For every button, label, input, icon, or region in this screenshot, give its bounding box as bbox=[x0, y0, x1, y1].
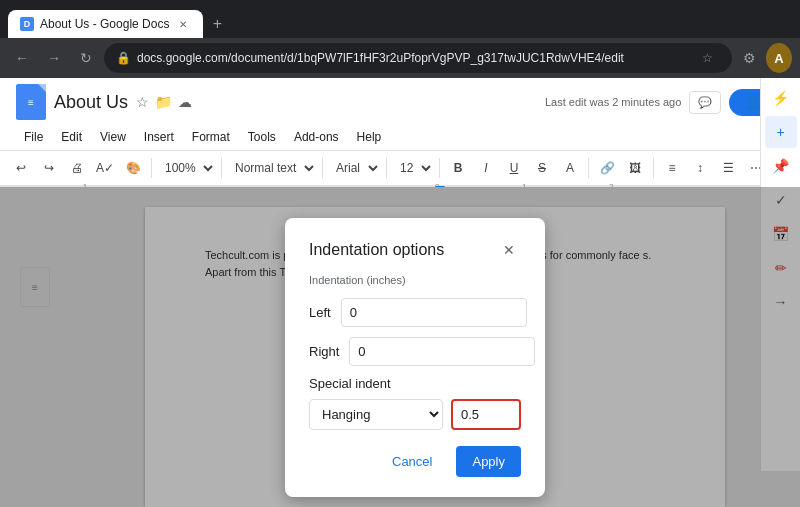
indentation-dialog: Indentation options ✕ Indentation (inche… bbox=[285, 218, 545, 497]
left-indent-row: Left bbox=[309, 298, 521, 327]
left-indent-input[interactable] bbox=[341, 298, 527, 327]
modal-overlay: Indentation options ✕ Indentation (inche… bbox=[0, 187, 800, 507]
toolbar-divider-1 bbox=[151, 158, 152, 178]
comment-mode-button[interactable]: 💬 bbox=[689, 91, 721, 114]
extensions-button[interactable]: ⚙ bbox=[736, 45, 762, 71]
move-icon[interactable]: 📁 bbox=[155, 94, 172, 110]
browser-content: ≡ About Us ☆ 📁 ☁ Last edit was 2 minutes… bbox=[0, 78, 800, 471]
menu-help[interactable]: Help bbox=[349, 126, 390, 148]
toolbar-divider-2 bbox=[221, 158, 222, 178]
italic-button[interactable]: I bbox=[473, 155, 499, 181]
cancel-button[interactable]: Cancel bbox=[376, 446, 448, 477]
right-indent-row: Right bbox=[309, 337, 521, 366]
menu-bar: File Edit View Insert Format Tools Add-o… bbox=[16, 124, 800, 150]
bold-button[interactable]: B bbox=[445, 155, 471, 181]
docs-title-icons: ☆ 📁 ☁ bbox=[136, 94, 192, 110]
menu-tools[interactable]: Tools bbox=[240, 126, 284, 148]
docs-icon: ≡ bbox=[16, 84, 46, 120]
docs-document-title[interactable]: About Us bbox=[54, 92, 128, 113]
bookmark-button[interactable]: ☆ bbox=[694, 45, 720, 71]
font-size-select[interactable]: 12 bbox=[392, 158, 434, 178]
add-button[interactable]: + bbox=[765, 116, 797, 148]
menu-insert[interactable]: Insert bbox=[136, 126, 182, 148]
tab-favicon: D bbox=[20, 17, 34, 31]
special-indent-row: Hanging bbox=[309, 399, 521, 430]
apply-button[interactable]: Apply bbox=[456, 446, 521, 477]
toolbar-divider-4 bbox=[386, 158, 387, 178]
style-select[interactable]: Normal text bbox=[227, 158, 317, 178]
menu-edit[interactable]: Edit bbox=[53, 126, 90, 148]
right-indent-input[interactable] bbox=[349, 337, 535, 366]
modal-header: Indentation options ✕ bbox=[309, 238, 521, 262]
modal-subtitle: Indentation (inches) bbox=[309, 274, 521, 286]
new-tab-button[interactable]: + bbox=[203, 10, 231, 38]
spell-check-button[interactable]: A✓ bbox=[92, 155, 118, 181]
right-label: Right bbox=[309, 344, 339, 359]
doc-body: ≡ Techcult.com is primarily issues relat… bbox=[0, 187, 800, 507]
zoom-select[interactable]: 100% bbox=[157, 158, 216, 178]
paint-format-button[interactable]: 🎨 bbox=[120, 155, 146, 181]
special-indent-value-input[interactable] bbox=[451, 399, 521, 430]
avatar: A bbox=[766, 43, 792, 73]
insert-image-button[interactable]: 🖼 bbox=[622, 155, 648, 181]
address-bar-icons: ☆ bbox=[694, 45, 720, 71]
underline-button[interactable]: U bbox=[501, 155, 527, 181]
text-color-button[interactable]: A bbox=[557, 155, 583, 181]
profile-button[interactable]: A bbox=[766, 45, 792, 71]
menu-file[interactable]: File bbox=[16, 126, 51, 148]
tab-bar: D About Us - Google Docs ✕ + bbox=[0, 0, 800, 38]
list-button[interactable]: ☰ bbox=[715, 155, 741, 181]
strikethrough-button[interactable]: S bbox=[529, 155, 555, 181]
forward-button[interactable]: → bbox=[40, 44, 68, 72]
menu-format[interactable]: Format bbox=[184, 126, 238, 148]
menu-view[interactable]: View bbox=[92, 126, 134, 148]
undo-button[interactable]: ↩ bbox=[8, 155, 34, 181]
address-bar-row: ← → ↻ 🔒 docs.google.com/document/d/1bqPW… bbox=[0, 38, 800, 78]
menu-addons[interactable]: Add-ons bbox=[286, 126, 347, 148]
docs-toolbar: ↩ ↪ 🖨 A✓ 🎨 100% Normal text Arial 12 B bbox=[0, 151, 800, 186]
address-bar[interactable]: 🔒 docs.google.com/document/d/1bqPW7lF1fH… bbox=[104, 43, 732, 73]
redo-button[interactable]: ↪ bbox=[36, 155, 62, 181]
share-icon: 👤 bbox=[745, 95, 761, 110]
modal-footer: Cancel Apply bbox=[309, 446, 521, 477]
comment-mode-label: 💬 bbox=[698, 96, 712, 109]
back-button[interactable]: ← bbox=[8, 44, 36, 72]
toolbar-divider-3 bbox=[322, 158, 323, 178]
insert-link-button[interactable]: 🔗 bbox=[594, 155, 620, 181]
modal-title: Indentation options bbox=[309, 241, 444, 259]
toolbar-divider-5 bbox=[439, 158, 440, 178]
toolbar-divider-6 bbox=[588, 158, 589, 178]
last-edit-text: Last edit was 2 minutes ago bbox=[545, 96, 681, 108]
url-text: docs.google.com/document/d/1bqPW7lF1fHF3… bbox=[137, 51, 624, 65]
toolbar-divider-7 bbox=[653, 158, 654, 178]
left-label: Left bbox=[309, 305, 331, 320]
special-indent-select[interactable]: Hanging bbox=[309, 399, 443, 430]
tab-title: About Us - Google Docs bbox=[40, 17, 169, 31]
cloud-icon[interactable]: ☁ bbox=[178, 94, 192, 110]
refresh-button[interactable]: ↻ bbox=[72, 44, 100, 72]
docs-header: ≡ About Us ☆ 📁 ☁ Last edit was 2 minutes… bbox=[0, 78, 800, 151]
star-icon[interactable]: ☆ bbox=[136, 94, 149, 110]
print-button[interactable]: 🖨 bbox=[64, 155, 90, 181]
align-button[interactable]: ≡ bbox=[659, 155, 685, 181]
explore-button[interactable]: ⚡ bbox=[765, 82, 797, 114]
line-spacing-button[interactable]: ↕ bbox=[687, 155, 713, 181]
docs-title-row: ≡ About Us ☆ 📁 ☁ Last edit was 2 minutes… bbox=[16, 84, 800, 120]
font-select[interactable]: Arial bbox=[328, 158, 381, 178]
lock-icon: 🔒 bbox=[116, 51, 131, 65]
docs-area: ≡ About Us ☆ 📁 ☁ Last edit was 2 minutes… bbox=[0, 78, 800, 471]
tab-close-button[interactable]: ✕ bbox=[175, 16, 191, 32]
active-tab[interactable]: D About Us - Google Docs ✕ bbox=[8, 10, 203, 38]
special-indent-label: Special indent bbox=[309, 376, 521, 391]
keep-button[interactable]: 📌 bbox=[765, 150, 797, 182]
modal-close-button[interactable]: ✕ bbox=[497, 238, 521, 262]
